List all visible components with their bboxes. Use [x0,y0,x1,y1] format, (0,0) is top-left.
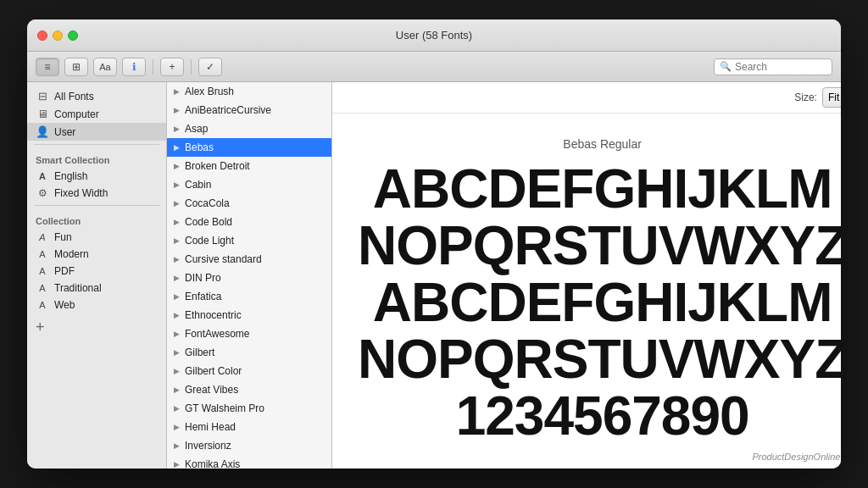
grid-view-button[interactable]: ⊞ [64,58,88,76]
expand-arrow: ▶ [174,255,180,263]
modern-icon: A [36,249,49,259]
expand-arrow: ▶ [174,311,180,319]
expand-arrow: ▶ [174,441,180,450]
font-item-gilbert[interactable]: ▶ Gilbert [167,343,331,362]
sidebar-item-all-fonts[interactable]: ⊟ All Fonts [27,87,166,105]
expand-arrow: ▶ [174,423,180,431]
sidebar-item-user[interactable]: 👤 User [27,123,166,141]
font-list-panel: ▶ Alex Brush ▶ AniBeatriceCursive ▶ Asap… [167,82,332,469]
sidebar-label-web: Web [54,299,75,311]
expand-arrow: ▶ [174,162,180,170]
font-item-cursive-standard[interactable]: ▶ Cursive standard [167,250,331,269]
size-value: Fit [828,92,839,103]
font-name: Gilbert Color [185,365,242,377]
search-input[interactable] [735,61,826,73]
font-name: DIN Pro [185,272,221,284]
font-item-cocacola[interactable]: ▶ CocaCola [167,194,331,213]
sidebar-label-pdf: PDF [54,265,75,277]
sidebar-divider-1 [34,144,159,145]
font-name: Code Light [185,235,234,247]
maximize-button[interactable] [68,30,78,41]
font-name: Hemi Head [185,421,236,433]
font-item-cabin[interactable]: ▶ Cabin [167,175,331,194]
expand-arrow: ▶ [174,106,180,114]
sidebar-label-modern: Modern [54,248,89,260]
window-title: User (58 Fonts) [396,29,472,42]
toolbar: ≡ ⊞ Aa ℹ + ✓ 🔍 [27,52,841,82]
add-button[interactable]: + [160,58,184,76]
sidebar-label-traditional: Traditional [54,282,102,294]
expand-arrow: ▶ [174,180,180,189]
font-name: Enfatica [185,291,221,302]
font-name: Gilbert [185,347,214,358]
web-icon: A [36,300,49,310]
font-item-bebas[interactable]: ▶ Bebas [167,138,331,157]
sidebar-item-web[interactable]: A Web [27,297,166,313]
sidebar-item-traditional[interactable]: A Traditional [27,280,166,297]
font-name: Bebas [185,141,214,153]
preview-panel: Size: Fit ▼ Bebas Regular ABCDEFGHIJKLM … [332,82,841,469]
add-collection-button[interactable]: + [27,313,166,341]
preview-line-4: NOPQRSTUVWXYZ [358,331,841,388]
list-view-button[interactable]: ≡ [36,58,59,76]
sidebar-label-computer: Computer [54,108,99,120]
search-icon: 🔍 [720,61,732,72]
font-item-alex-brush[interactable]: ▶ Alex Brush [167,82,331,101]
font-item-gilbert-color[interactable]: ▶ Gilbert Color [167,362,331,380]
sidebar-label-user: User [54,126,75,138]
expand-arrow: ▶ [174,199,180,208]
font-item-inversionz[interactable]: ▶ Inversionz [167,436,331,455]
font-name: Komika Axis [185,458,240,469]
font-item-komika-axis[interactable]: ▶ Komika Axis [167,455,331,469]
sidebar-item-computer[interactable]: 🖥 Computer [27,105,166,123]
sidebar-label-english: English [54,170,87,182]
font-item-enfatica[interactable]: ▶ Enfatica [167,287,331,306]
font-item-anibeatricecursive[interactable]: ▶ AniBeatriceCursive [167,101,331,119]
collection-label: Collection [27,209,166,229]
fixed-width-icon: ⚙ [36,187,49,199]
font-item-din-pro[interactable]: ▶ DIN Pro [167,269,331,287]
font-name: AniBeatriceCursive [185,104,271,116]
expand-arrow: ▶ [174,274,180,282]
titlebar: User (58 Fonts) [27,19,841,52]
font-item-asap[interactable]: ▶ Asap [167,119,331,138]
font-name: Alex Brush [185,86,234,97]
sidebar-item-pdf[interactable]: A PDF [27,263,166,280]
font-item-hemi-head[interactable]: ▶ Hemi Head [167,418,331,436]
toolbar-separator-2 [191,59,192,75]
preview-line-5: 1234567890 [456,388,749,445]
font-name: Great Vibes [185,384,238,396]
font-name: GT Walsheim Pro [185,402,264,414]
font-item-broken-detroit[interactable]: ▶ Broken Detroit [167,157,331,175]
preview-line-2: NOPQRSTUVWXYZ [358,218,841,274]
minimize-button[interactable] [53,30,63,41]
font-name: CocaCola [185,197,230,209]
search-box[interactable]: 🔍 [714,58,832,75]
sidebar-item-english[interactable]: A English [27,168,166,185]
sidebar-item-fixed-width[interactable]: ⚙ Fixed Width [27,185,166,202]
smart-collection-label: Smart Collection [27,148,166,168]
font-item-code-light[interactable]: ▶ Code Light [167,231,331,250]
font-item-ethnocentric[interactable]: ▶ Ethnocentric [167,306,331,324]
font-name: Ethnocentric [185,309,242,321]
sidebar-item-fun[interactable]: A Fun [27,229,166,246]
font-name: Inversionz [185,440,231,452]
info-button[interactable]: ℹ [122,58,146,76]
all-fonts-icon: ⊟ [36,90,49,103]
font-item-fontawesome[interactable]: ▶ FontAwesome [167,324,331,343]
size-selector[interactable]: Fit ▼ [822,87,841,108]
traffic-lights [37,30,78,41]
check-button[interactable]: ✓ [198,58,222,76]
expand-arrow: ▶ [174,460,180,469]
font-item-gt-walsheim-pro[interactable]: ▶ GT Walsheim Pro [167,399,331,418]
expand-arrow: ▶ [174,236,180,245]
font-item-code-bold[interactable]: ▶ Code Bold [167,213,331,231]
preview-content: Bebas Regular ABCDEFGHIJKLM NOPQRSTUVWXY… [332,114,841,469]
font-item-great-vibes[interactable]: ▶ Great Vibes [167,380,331,399]
font-preview-button[interactable]: Aa [93,58,117,76]
sidebar-label-fun: Fun [54,231,72,243]
close-button[interactable] [37,30,47,41]
expand-arrow: ▶ [174,218,180,226]
sidebar-item-modern[interactable]: A Modern [27,246,166,263]
font-name: Code Bold [185,216,232,228]
